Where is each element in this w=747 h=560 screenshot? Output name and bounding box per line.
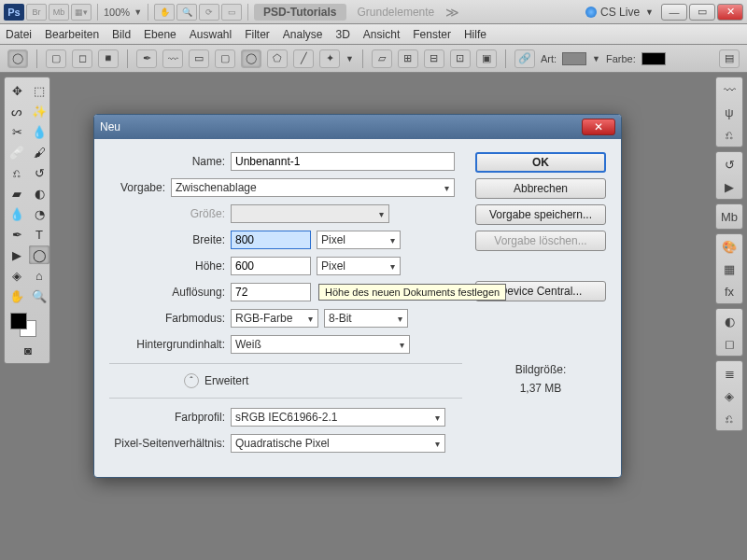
colorprofile-select[interactable]: sRGB IEC61966-2.1	[231, 408, 445, 427]
type-tool-icon[interactable]: T	[29, 225, 49, 244]
menu-3d[interactable]: 3D	[336, 28, 350, 41]
fill-pixels-icon[interactable]: ◾	[98, 49, 119, 68]
width-unit-select[interactable]: Pixel	[317, 231, 401, 249]
cancel-button[interactable]: Abbrechen	[475, 178, 606, 199]
pathop-add-icon[interactable]: ⊞	[398, 49, 418, 68]
height-input[interactable]	[231, 257, 311, 275]
layout-menu-icon[interactable]: ▦▾	[71, 4, 92, 21]
menu-ebene[interactable]: Ebene	[144, 28, 176, 41]
bridge-icon[interactable]: Br	[26, 4, 47, 21]
eraser-tool-icon[interactable]: ▰	[7, 184, 27, 203]
masks-panel-icon[interactable]: ◻	[721, 335, 738, 352]
colormode-select[interactable]: RGB-Farbe	[231, 309, 318, 328]
eyedropper-tool-icon[interactable]: 💧	[29, 122, 49, 141]
styles-panel-icon[interactable]: fx	[721, 283, 738, 300]
zoom-tool2-icon[interactable]: 🔍	[29, 287, 49, 305]
lasso-tool-icon[interactable]: ᔕ	[7, 102, 27, 120]
history-panel-icon[interactable]: ↺	[721, 156, 738, 173]
pathop-exclude-icon[interactable]: ▣	[476, 49, 497, 68]
workspace-tab[interactable]: Grundelemente	[348, 4, 444, 21]
pixelaspect-select[interactable]: Quadratische Pixel	[231, 434, 445, 453]
fill-color-swatch[interactable]	[641, 52, 666, 65]
color-panel-icon[interactable]: 🎨	[721, 238, 738, 255]
channels-panel-icon[interactable]: ◈	[721, 387, 738, 404]
resolution-input[interactable]	[231, 283, 311, 301]
link-icon[interactable]: 🔗	[514, 49, 535, 68]
3d-tool-icon[interactable]: ◈	[7, 266, 27, 285]
shape-layer-icon[interactable]: ▢	[46, 49, 66, 68]
pathop-intersect-icon[interactable]: ⊡	[450, 49, 471, 68]
overlay-icon[interactable]: ▭	[221, 4, 242, 21]
blur-tool-icon[interactable]: 💧	[7, 204, 27, 223]
adjustments-panel-icon[interactable]: ◐	[721, 313, 738, 329]
dialog-titlebar[interactable]: Neu ✕	[94, 115, 621, 139]
actions-panel-icon[interactable]: ▶	[721, 178, 738, 195]
close-button[interactable]: ✕	[717, 4, 743, 21]
shape-tool-icon[interactable]: ◯	[29, 245, 49, 264]
clone-source-icon[interactable]: ⎌	[721, 126, 738, 143]
menu-auswahl[interactable]: Auswahl	[190, 28, 232, 41]
maximize-button[interactable]: ▭	[689, 4, 715, 21]
menu-analyse[interactable]: Analyse	[283, 28, 323, 41]
menu-filter[interactable]: Filter	[245, 28, 270, 41]
quickmask-icon[interactable]: ◙	[7, 341, 49, 359]
minimize-button[interactable]: ―	[661, 4, 687, 21]
name-input[interactable]	[231, 152, 455, 171]
workspace-tab-active[interactable]: PSD-Tutorials	[254, 4, 345, 21]
path-mode-icon[interactable]: ◻	[72, 49, 92, 68]
height-unit-select[interactable]: Pixel	[317, 257, 401, 275]
move-tool-icon[interactable]: ✥	[7, 81, 27, 100]
zoom-level[interactable]: 100%	[104, 7, 130, 18]
current-tool-ellipse-icon[interactable]: ◯	[7, 49, 28, 68]
width-input[interactable]	[231, 231, 311, 249]
ellipse-shape-icon[interactable]: ◯	[241, 49, 261, 68]
pathop-new-icon[interactable]: ▱	[372, 49, 392, 68]
ok-button[interactable]: OK	[475, 152, 606, 173]
path-select-tool-icon[interactable]: ▶	[7, 245, 27, 264]
minibridge-icon[interactable]: Mb	[49, 4, 69, 21]
gradient-tool-icon[interactable]: ◐	[29, 184, 49, 203]
brush-tool-icon[interactable]: 🖌	[29, 143, 49, 161]
hand-tool2-icon[interactable]: ✋	[7, 287, 27, 305]
menu-bearbeiten[interactable]: Bearbeiten	[45, 28, 99, 41]
freeform-pen-icon[interactable]: 〰	[162, 49, 183, 68]
background-select[interactable]: Weiß	[231, 335, 410, 354]
foreground-color-icon[interactable]	[10, 313, 27, 329]
history-brush-tool-icon[interactable]: ↺	[29, 163, 49, 182]
style-swatch[interactable]	[562, 52, 586, 65]
panel-toggle-icon[interactable]: ▤	[719, 49, 740, 68]
minibridge-panel-icon[interactable]: Mb	[721, 208, 738, 225]
pen-tool-icon[interactable]: ✒	[7, 225, 27, 244]
polygon-shape-icon[interactable]: ⬠	[267, 49, 288, 68]
3d-camera-tool-icon[interactable]: ⌂	[29, 266, 49, 285]
hand-tool-icon[interactable]: ✋	[154, 4, 175, 21]
menu-ansicht[interactable]: Ansicht	[363, 28, 400, 41]
save-preset-button[interactable]: Vorgabe speichern...	[475, 204, 606, 225]
rect-shape-icon[interactable]: ▭	[189, 49, 209, 68]
brush-preset-icon[interactable]: 〰	[721, 81, 738, 98]
layers-panel-icon[interactable]: ≣	[721, 365, 738, 382]
menu-fenster[interactable]: Fenster	[413, 28, 451, 41]
bitdepth-select[interactable]: 8-Bit	[324, 309, 408, 328]
menu-datei[interactable]: Datei	[6, 28, 32, 41]
dodge-tool-icon[interactable]: ◔	[29, 204, 49, 223]
menu-bild[interactable]: Bild	[112, 28, 131, 41]
marquee-tool-icon[interactable]: ⬚	[29, 81, 49, 100]
cs-live-button[interactable]: CS Live▼	[585, 6, 654, 19]
line-shape-icon[interactable]: ╱	[293, 49, 314, 68]
dialog-close-button[interactable]: ✕	[582, 119, 615, 135]
zoom-tool-icon[interactable]: 🔍	[176, 4, 197, 21]
swatches-panel-icon[interactable]: ▦	[721, 260, 738, 277]
magic-wand-tool-icon[interactable]: ✨	[29, 102, 49, 120]
preset-select[interactable]: Zwischenablage	[171, 178, 455, 197]
rotate-view-icon[interactable]: ⟳	[199, 4, 219, 21]
pathop-subtract-icon[interactable]: ⊟	[424, 49, 444, 68]
clone-stamp-tool-icon[interactable]: ⎌	[7, 163, 27, 182]
fg-bg-swatch[interactable]	[7, 311, 49, 339]
custom-shape-icon[interactable]: ✦	[319, 49, 340, 68]
pen-icon[interactable]: ✒	[136, 49, 157, 68]
brushes-panel-icon[interactable]: ψ	[721, 104, 738, 120]
advanced-toggle[interactable]: ˆ Erweitert	[184, 373, 462, 388]
menu-hilfe[interactable]: Hilfe	[464, 28, 486, 41]
healing-brush-tool-icon[interactable]: 🩹	[7, 143, 27, 161]
